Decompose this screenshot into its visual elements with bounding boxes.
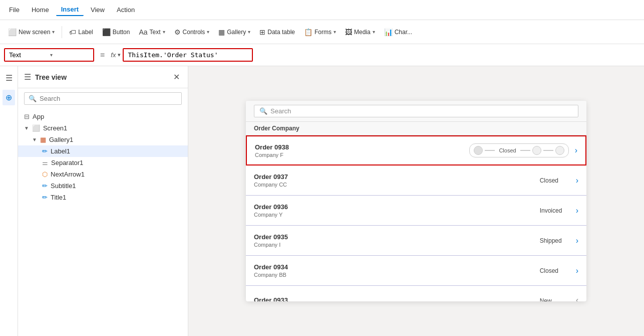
button-button[interactable]: ⬛ Button xyxy=(98,26,134,38)
fx-dropdown[interactable]: ▾ xyxy=(118,52,121,58)
title1-icon: ✏ xyxy=(42,194,48,201)
tree-item-screen1[interactable]: ▼ ⬜ Screen1 xyxy=(18,122,188,134)
gallery-item-arrow-0[interactable]: › xyxy=(575,146,577,155)
gallery-item-title-0: Order 0938 xyxy=(255,143,463,151)
tree-close-button[interactable]: ✕ xyxy=(171,71,182,83)
gallery-row-3[interactable]: Order 0935 Company I Shipped › xyxy=(246,226,586,256)
gallery-item-status-2: Invoiced xyxy=(540,207,570,214)
tree-item-gallery1-label: Gallery1 xyxy=(49,136,73,143)
label-icon: 🏷 xyxy=(69,28,76,36)
label-button[interactable]: 🏷 Label xyxy=(65,26,97,38)
subtitle1-icon: ✏ xyxy=(42,182,48,190)
tree-item-nextarrow1[interactable]: ⬡ NextArrow1 xyxy=(18,169,188,180)
tree-header-left: ☰ Tree view xyxy=(24,72,67,82)
tree-item-separator1[interactable]: ⚌ Separator1 xyxy=(18,157,188,169)
forms-icon: 📋 xyxy=(304,28,312,36)
tree-item-title1-label: Title1 xyxy=(51,194,66,201)
forms-chevron-icon: ▾ xyxy=(334,29,336,35)
gallery-button[interactable]: ▦ Gallery ▾ xyxy=(214,26,254,38)
tree-search-box[interactable]: 🔍 xyxy=(24,92,182,105)
separator1-icon: ⚌ xyxy=(42,159,48,166)
button-icon: ⬛ xyxy=(102,28,111,36)
tree-item-subtitle1-label: Subtitle1 xyxy=(51,182,76,190)
gallery-item-title-2: Order 0936 xyxy=(254,203,534,211)
tree-search-icon: 🔍 xyxy=(29,95,37,102)
gallery-item-info-2: Order 0936 Company Y xyxy=(254,203,534,218)
datatable-button[interactable]: ⊞ Data table xyxy=(255,26,299,38)
gallery-chevron-icon: ▾ xyxy=(248,29,250,35)
gallery-item-info-1: Order 0937 Company CC xyxy=(254,173,534,188)
forms-button[interactable]: 📋 Forms ▾ xyxy=(300,26,340,38)
gallery1-icon: ▦ xyxy=(40,136,46,143)
gallery-item-arrow-1[interactable]: › xyxy=(576,176,578,185)
screen1-chevron-icon: ▼ xyxy=(24,125,29,131)
tree-hamburger-icon[interactable]: ☰ xyxy=(24,72,31,82)
formula-fx-area: fx ▾ ThisItem.'Order Status' xyxy=(111,48,640,62)
new-screen-icon: ⬜ xyxy=(8,28,17,36)
gallery-row-0[interactable]: Order 0938 Company F Closed › xyxy=(246,135,586,165)
tree-header: ☰ Tree view ✕ xyxy=(18,66,188,88)
tree-body: ⊟ App ▼ ⬜ Screen1 ▼ ▦ Gallery1 ✏ Label1 xyxy=(18,109,188,336)
hamburger-sidebar-icon[interactable]: ☰ xyxy=(3,70,16,86)
menu-home[interactable]: Home xyxy=(27,4,54,16)
gallery-row-5[interactable]: Order 0933 New › xyxy=(246,286,586,301)
gallery-item-arrow-3[interactable]: › xyxy=(576,236,578,245)
tree-item-title1[interactable]: ✏ Title1 xyxy=(18,192,188,203)
equals-sign: = xyxy=(98,51,107,60)
canvas-header: 🔍 Search xyxy=(246,101,586,122)
app-icon: ⊟ xyxy=(24,113,30,120)
tree-item-screen1-label: Screen1 xyxy=(43,124,67,132)
fx-label: fx xyxy=(111,51,116,59)
gallery-item-info-0: Order 0938 Company F xyxy=(255,143,463,158)
menu-file[interactable]: File xyxy=(4,4,25,16)
menu-bar: File Home Insert View Action xyxy=(0,0,644,20)
gallery-item-subtitle-1: Company CC xyxy=(254,182,534,188)
rating-line-2 xyxy=(520,150,530,151)
gallery-item-arrow-2[interactable]: › xyxy=(576,206,578,215)
gallery-item-title-5: Order 0933 xyxy=(254,296,534,301)
canvas-search-box[interactable]: 🔍 Search xyxy=(254,105,578,117)
gallery-item-status-3: Shipped xyxy=(540,237,570,244)
formula-bar: Text ▾ = fx ▾ ThisItem.'Order Status' xyxy=(0,44,644,66)
media-button[interactable]: 🖼 Media ▾ xyxy=(341,26,379,38)
tree-item-app-label: App xyxy=(33,113,44,120)
gallery-row-2[interactable]: Order 0936 Company Y Invoiced › xyxy=(246,196,586,226)
gallery-item-subtitle-0: Company F xyxy=(255,152,463,158)
rating-circle-1 xyxy=(474,146,483,155)
layers-sidebar-icon[interactable]: ⊕ xyxy=(3,90,15,105)
formula-text: ThisItem.'Order Status' xyxy=(128,51,218,59)
new-screen-button[interactable]: ⬜ New screen ▾ xyxy=(4,26,59,38)
chart-button[interactable]: 📊 Char... xyxy=(380,26,416,38)
gallery-row-4[interactable]: Order 0934 Company BB Closed › xyxy=(246,256,586,286)
tree-panel: ☰ Tree view ✕ 🔍 ⊟ App ▼ ⬜ Screen1 ▼ xyxy=(18,66,188,336)
tree-item-app[interactable]: ⊟ App xyxy=(18,111,188,122)
gallery-item-arrow-4[interactable]: › xyxy=(576,266,578,275)
nextarrow1-icon: ⬡ xyxy=(42,171,48,178)
property-dropdown[interactable]: Text ▾ xyxy=(4,48,94,62)
sidebar-icons: ☰ ⊕ xyxy=(0,66,18,336)
status-rating-widget: Closed xyxy=(469,143,568,157)
tree-search-input[interactable] xyxy=(40,95,177,102)
tree-item-label1[interactable]: ✏ Label1 xyxy=(18,145,188,157)
text-button[interactable]: Aa Text ▾ xyxy=(135,26,169,38)
tree-item-gallery1[interactable]: ▼ ▦ Gallery1 xyxy=(18,134,188,145)
gallery-item-arrow-5[interactable]: › xyxy=(576,296,578,302)
menu-insert[interactable]: Insert xyxy=(56,4,84,16)
tree-item-nextarrow1-label: NextArrow1 xyxy=(51,171,85,178)
property-chevron-icon: ▾ xyxy=(50,52,89,58)
rating-circle-3 xyxy=(555,146,564,155)
tree-item-subtitle1[interactable]: ✏ Subtitle1 xyxy=(18,180,188,192)
toolbar: ⬜ New screen ▾ 🏷 Label ⬛ Button Aa Text … xyxy=(0,20,644,44)
menu-action[interactable]: Action xyxy=(112,4,140,16)
menu-view[interactable]: View xyxy=(86,4,110,16)
gallery-list: Order 0938 Company F Closed › xyxy=(246,135,586,301)
gallery-row-1[interactable]: Order 0937 Company CC Closed › xyxy=(246,165,586,196)
formula-input[interactable]: ThisItem.'Order Status' xyxy=(123,48,253,62)
gallery-icon: ▦ xyxy=(218,28,225,36)
gallery-column-header: Order Company xyxy=(254,125,578,132)
gallery-item-status-4: Closed xyxy=(540,267,570,274)
controls-button[interactable]: ⚙ Controls ▾ xyxy=(170,26,214,38)
main-layout: ☰ ⊕ ☰ Tree view ✕ 🔍 ⊟ App ▼ ⬜ Sc xyxy=(0,66,644,336)
gallery-item-title-4: Order 0934 xyxy=(254,263,534,271)
rating-line-1 xyxy=(485,150,495,151)
